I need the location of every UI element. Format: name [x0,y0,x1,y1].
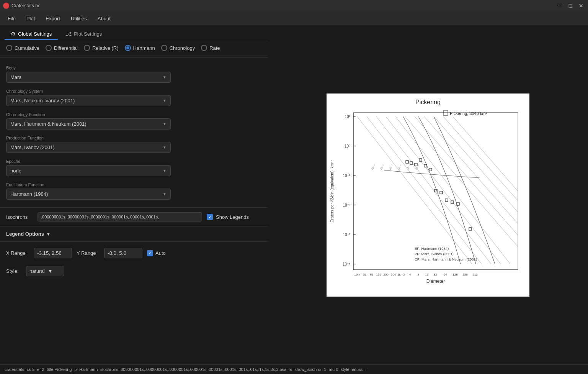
show-legends-checkbox[interactable] [207,214,213,220]
epochs-select[interactable]: none ▼ [6,165,171,176]
equilibrium-function-select[interactable]: Hartmann (1984) ▼ [6,189,171,200]
chronology-system-select[interactable]: Mars, Neukum-Ivanov (2001) ▼ [6,95,171,106]
svg-text:Diameter: Diameter [426,279,445,284]
svg-text:EF: Hartmann (1984): EF: Hartmann (1984) [415,246,449,251]
production-function-value: Mars, Ivanov (2001) [10,144,55,150]
svg-text:63: 63 [370,273,374,276]
tab-plot-settings-label: Plot Settings [74,31,102,37]
x-range-input[interactable] [34,248,72,258]
menu-about[interactable]: About [93,14,115,23]
settings-icon: ⚙ [11,31,16,37]
menu-file[interactable]: File [3,14,20,23]
maximize-button[interactable]: □ [567,3,574,9]
production-function-arrow: ▼ [163,145,167,149]
y-range-label: Y Range [77,250,100,256]
chart-container: Pickering Pickering, 3040 km² Craters pe… [327,94,529,297]
app-icon [3,3,9,9]
close-button[interactable]: ✕ [577,3,585,9]
tab-plot-settings[interactable]: ⎇ Plot Settings [59,28,108,40]
radio-rate[interactable]: Rate [201,45,220,51]
svg-text:10⁻⁴: 10⁻⁴ [343,262,350,266]
svg-text:10⁻³: 10⁻³ [343,233,351,237]
svg-text:PF: Mars, Ivanov (2001): PF: Mars, Ivanov (2001) [415,252,454,256]
range-row: X Range Y Range Auto [0,246,268,260]
svg-text:Pickering, 3040 km²: Pickering, 3040 km² [450,111,487,116]
radio-cumulative-circle [6,45,12,51]
svg-text:16m: 16m [354,273,360,276]
tab-global-settings[interactable]: ⚙ Global Settings [5,28,58,40]
style-label: Style: [6,268,21,274]
chronology-system-value: Mars, Neukum-Ivanov (2001) [10,98,75,103]
svg-text:256: 256 [462,273,468,276]
status-text: craterstats -cs 5 -ef 2 -title Pickering… [5,367,366,372]
chronology-function-field-group: Chronology Function Mars, Hartmann & Neu… [6,112,262,130]
isochrons-input[interactable] [38,212,202,221]
radio-hartmann[interactable]: Hartmann [125,45,155,51]
legend-options-header[interactable]: Legend Options ▾ [0,228,268,240]
svg-text:128: 128 [452,273,458,276]
style-select[interactable]: natural ▼ [26,266,64,276]
style-row: Style: natural ▼ [0,264,268,278]
legend-options-label: Legend Options [6,231,44,237]
svg-text:1km2: 1km2 [397,273,405,276]
equilibrium-function-label: Equilibrium Function [6,182,262,187]
chronology-function-label: Chronology Function [6,112,262,117]
radio-rate-label: Rate [209,45,220,51]
status-bar: craterstats -cs 5 -ef 2 -title Pickering… [0,364,588,374]
left-panel: ⚙ Global Settings ⎇ Plot Settings Cumula… [0,25,268,364]
svg-text:Pickering: Pickering [415,99,441,105]
equilibrium-function-field-group: Equilibrium Function Hartmann (1984) ▼ [6,182,262,200]
right-panel: Pickering Pickering, 3040 km² Craters pe… [268,25,588,364]
chronology-function-value: Mars, Hartmann & Neukum (2001) [10,121,87,127]
auto-row: Auto [147,250,166,256]
y-range-input[interactable] [104,248,142,258]
menu-export[interactable]: Export [41,14,65,23]
radio-relative[interactable]: Relative (R) [84,45,119,51]
svg-text:10⁰: 10⁰ [345,144,350,148]
svg-text:512: 512 [472,273,478,276]
svg-text:16: 16 [425,273,429,276]
production-function-label: Production Function [6,136,262,140]
svg-text:10¹: 10¹ [345,115,351,119]
radio-differential[interactable]: Differential [46,45,78,51]
radio-cumulative-label: Cumulative [15,45,39,51]
auto-checkbox[interactable] [147,250,153,256]
style-value: natural [29,268,45,274]
svg-text:32: 32 [434,273,437,276]
isochrons-row: Isochrons Show Legends [0,212,268,221]
epochs-value: none [10,168,21,174]
radio-hartmann-circle [125,45,131,51]
radio-hartmann-label: Hartmann [133,45,155,51]
svg-text:8: 8 [418,273,420,276]
svg-text:4: 4 [409,273,411,276]
svg-text:125: 125 [376,273,381,276]
body-select-arrow: ▼ [163,75,167,79]
radio-chronology[interactable]: Chronology [161,45,195,51]
svg-text:250: 250 [383,273,389,276]
radio-cumulative[interactable]: Cumulative [6,45,39,51]
menu-utilities[interactable]: Utilities [66,14,91,23]
menubar: File Plot Export Utilities About [0,11,588,25]
equilibrium-function-value: Hartmann (1984) [10,191,48,197]
svg-text:500: 500 [391,273,396,276]
body-field-group: Body Mars ▼ [6,66,262,83]
epochs-arrow: ▼ [163,169,167,173]
show-legends-row: Show Legends [207,214,249,220]
titlebar: Craterstats IV ─ □ ✕ [0,0,588,11]
tab-bar: ⚙ Global Settings ⎇ Plot Settings [0,25,268,40]
minimize-button[interactable]: ─ [556,3,564,9]
body-label: Body [6,66,262,70]
chronology-function-arrow: ▼ [163,122,167,126]
body-select[interactable]: Mars ▼ [6,72,171,83]
menu-plot[interactable]: Plot [22,14,39,23]
production-function-select[interactable]: Mars, Ivanov (2001) ▼ [6,142,171,153]
x-range-label: X Range [6,250,29,256]
chronology-function-select[interactable]: Mars, Hartmann & Neukum (2001) ▼ [6,118,171,130]
radio-relative-label: Relative (R) [92,45,119,51]
titlebar-title: Craterstats IV [11,3,39,8]
radio-chronology-circle [161,45,167,51]
plot-icon: ⎇ [65,31,72,37]
titlebar-controls: ─ □ ✕ [556,3,585,9]
chevron-down-icon: ▾ [47,231,49,237]
chronology-system-arrow: ▼ [163,98,167,103]
